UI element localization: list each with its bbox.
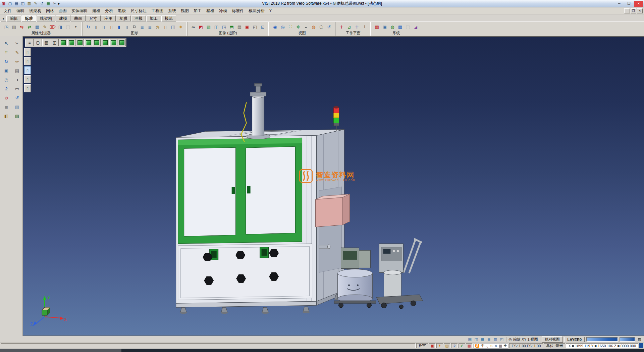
menu-item[interactable]: 塑模 [204, 7, 217, 14]
ribbon-tab[interactable]: 塑膜 [116, 15, 131, 21]
toolbar-icon[interactable]: ◷ [154, 23, 161, 31]
view-cube-icon[interactable] [84, 39, 92, 46]
toolbar-icon[interactable]: ▧ [205, 23, 212, 31]
mdi-close-button[interactable]: ✕ [637, 8, 643, 13]
view-cube-icon[interactable] [93, 39, 101, 46]
menu-item[interactable]: 标准件 [229, 7, 246, 14]
toolbar-icon[interactable]: ◎ [279, 23, 286, 31]
menu-item[interactable]: 网格 [44, 7, 56, 14]
left-tool-icon[interactable]: ↺ [13, 94, 21, 101]
menu-item[interactable]: 编辑 [14, 7, 27, 14]
active-layer-label[interactable]: LAYER0 [565, 337, 585, 342]
toolbar-icon[interactable]: ✛ [338, 23, 345, 31]
menu-item[interactable]: 分析 [103, 7, 115, 14]
taskbar-right-segment[interactable] [121, 349, 644, 352]
chevron-down-icon[interactable]: ▾ [58, 1, 60, 6]
view-cube-icon[interactable] [76, 39, 84, 46]
ribbon-tab[interactable]: 尺寸 [86, 15, 101, 21]
ribbon-tab[interactable]: 标准 [21, 15, 36, 21]
view-cube-icon[interactable]: ▦ [42, 39, 50, 46]
menu-item[interactable]: 实体编辑 [69, 7, 90, 14]
toolbar-icon[interactable]: ◳ [220, 23, 228, 31]
input-method-icon[interactable]: ☺ [489, 344, 493, 348]
ribbon-tab[interactable]: 应用 [101, 15, 116, 21]
snap-lock-toggle[interactable]: 拴牢 [416, 343, 428, 348]
toolbar-icon[interactable]: ⛶ [287, 23, 294, 31]
clip-plane-button[interactable]: ▯ [24, 75, 31, 83]
dock-icon[interactable]: ⊞ [486, 337, 492, 342]
toolbar-icon[interactable]: ⬚ [404, 23, 412, 31]
menu-item[interactable]: 电极 [115, 7, 128, 14]
quick-access-icon[interactable]: ↺ [39, 1, 45, 6]
toolbar-icon[interactable]: ◒ [302, 23, 310, 31]
toolbar-icon[interactable]: ▯ [162, 23, 169, 31]
tab-dropdown-button[interactable]: ▾ [1, 16, 6, 21]
toolbar-icon[interactable]: ⟂ [361, 23, 368, 31]
left-tool-icon[interactable]: ▨ [13, 112, 21, 120]
view-cube-icon[interactable]: ◫ [51, 39, 59, 46]
ribbon-tab[interactable]: 编辑 [6, 15, 21, 21]
ribbon-tab[interactable]: 建模 [56, 15, 70, 21]
view-cube-icon[interactable] [59, 39, 67, 46]
toolbar-icon[interactable]: ⇆ [18, 23, 25, 31]
toolbar-icon[interactable]: ✶ [177, 23, 184, 31]
toolbar-icon[interactable]: ⬡ [318, 23, 325, 31]
input-method-icon[interactable]: 中 [481, 343, 484, 348]
toolbar-icon[interactable]: ⇄ [26, 23, 33, 31]
toolbar-icon[interactable]: ▦ [396, 23, 404, 31]
toolbar-icon[interactable]: ⧉ [131, 23, 138, 31]
absolute-view-button[interactable]: 绝对视图 [542, 336, 563, 343]
toolbar-icon[interactable]: ⬚ [64, 23, 72, 31]
mdi-restore-button[interactable]: ❐ [631, 8, 636, 13]
left-tool-icon[interactable]: ⌗ [2, 49, 10, 56]
dock-trailing-icon[interactable]: ▨ [637, 337, 642, 342]
maximize-button[interactable]: ❐ [624, 1, 634, 7]
input-method-icon[interactable]: S [475, 344, 480, 348]
clip-plane-button[interactable]: ▯ [24, 84, 31, 92]
toolbar-icon[interactable]: ▯ [108, 23, 115, 31]
ribbon-tab[interactable]: 冲模 [131, 15, 146, 21]
taskbar-sliver[interactable] [0, 349, 644, 352]
toolbar-icon[interactable]: ↺ [325, 23, 333, 31]
menu-item[interactable]: 冲模 [217, 7, 229, 14]
left-tool-icon[interactable]: ↻ [2, 58, 10, 65]
toolbar-icon[interactable]: ◢ [412, 23, 419, 31]
toolbar-icon[interactable]: ✎ [41, 23, 49, 31]
status-tray-icon[interactable]: ✔ [459, 343, 465, 348]
quick-access-icon[interactable]: ◫ [20, 1, 26, 6]
toolbar-icon[interactable]: ↻ [85, 23, 92, 31]
toolbar-icon[interactable]: ⬒ [228, 23, 235, 31]
menu-item[interactable]: 工程图 [149, 7, 166, 14]
view-cube-icon[interactable] [67, 39, 75, 46]
left-tool-icon[interactable]: ≣ [2, 103, 10, 111]
dock-icon[interactable]: ▤ [467, 337, 473, 342]
toolbar-icon[interactable]: ▮ [115, 23, 123, 31]
input-method-icon[interactable]: ·, [486, 344, 488, 348]
toolbar-icon[interactable]: ◍ [389, 23, 396, 31]
model-viewport[interactable]: ≡▢▦◫ ▯▯▯▯▯ 智造资料网 WWW.ZHIZAOZILIAO.COM [23, 36, 644, 336]
toolbar-icon[interactable]: ⊿ [345, 23, 353, 31]
toolbar-icon[interactable]: ∞ [190, 23, 197, 31]
dock-icon[interactable]: ▦ [480, 337, 485, 342]
quick-access-icon[interactable]: ▢ [7, 1, 13, 6]
toolbar-icon[interactable]: ▣ [381, 23, 388, 31]
dock-icon[interactable]: ◫ [473, 337, 479, 342]
toolbar-icon[interactable]: ▣ [244, 23, 251, 31]
toolbar-icon[interactable]: ▯ [123, 23, 130, 31]
view-cube-icon[interactable]: ▢ [34, 39, 42, 46]
title-bar[interactable]: ▣▢▤◫▥✎↺▦✂ ▾ VISI 2018 R2 from Vero Softw… [0, 0, 644, 7]
toolbar-icon[interactable]: ▯ [92, 23, 100, 31]
status-tray-icon[interactable]: 2 [451, 343, 458, 348]
view-cube-icon[interactable] [109, 39, 117, 46]
toolbar-icon[interactable]: ◳ [3, 23, 10, 31]
status-tray-icon[interactable]: ✶ [436, 343, 443, 348]
toolbar-icon[interactable]: ◰ [251, 23, 259, 31]
left-tool-icon[interactable]: ⊘ [2, 94, 10, 101]
toolbar-icon[interactable]: ◨ [57, 23, 64, 31]
zoom-mode-indicator[interactable]: ◎ 缩放 XY 1 视图 [506, 337, 540, 342]
left-tool-icon[interactable]: ✎ [13, 49, 21, 56]
toolbar-icon[interactable]: ▯ [100, 23, 107, 31]
view-cube-icon[interactable]: ≡ [25, 39, 34, 46]
view-cube-icon[interactable] [101, 39, 109, 46]
minimize-button[interactable]: ─ [614, 1, 624, 7]
